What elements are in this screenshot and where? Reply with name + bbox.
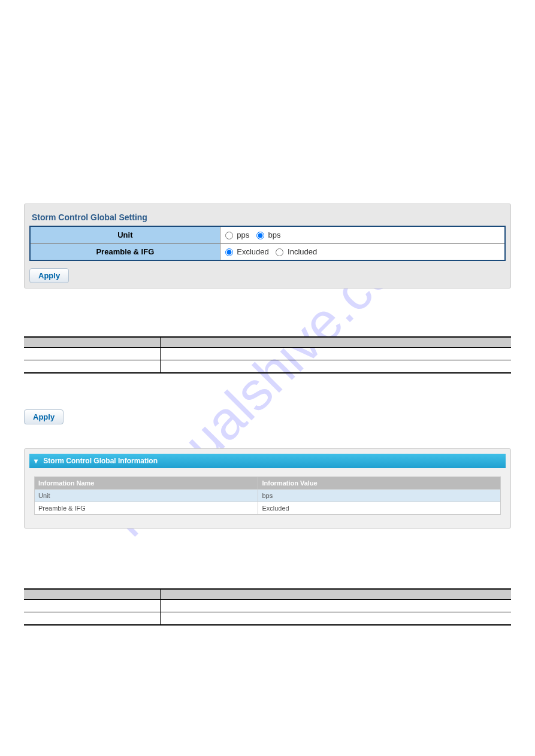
info-header-name: Information Name [34, 477, 258, 490]
collapse-toggle-icon[interactable]: ▾ [34, 457, 38, 465]
desc2-cell-1-1 [24, 600, 161, 612]
preamble-radio-excluded[interactable] [225, 248, 233, 256]
desc1-row-2 [24, 360, 511, 374]
unit-option-bps[interactable]: bps [256, 230, 281, 239]
info-unit-value: bps [258, 490, 501, 502]
preamble-option-included[interactable]: Included [276, 247, 317, 256]
desc2-cell-2-2 [161, 612, 511, 626]
desc1-header-2 [161, 337, 511, 348]
settings-row-preamble: Preamble & IFG Excluded Included [30, 244, 505, 261]
preamble-radio-included[interactable] [276, 248, 283, 256]
desc2-row-1 [24, 600, 511, 612]
info-table: Information Name Information Value Unit … [34, 476, 501, 515]
info-header-value: Information Value [258, 477, 501, 490]
description-table-2 [24, 588, 511, 626]
desc2-header-1 [24, 589, 161, 600]
desc2-row-2 [24, 612, 511, 626]
info-panel-header[interactable]: ▾ Storm Control Global Information [29, 454, 506, 468]
info-panel-title: Storm Control Global Information [43, 457, 158, 465]
desc1-cell-1-2 [161, 348, 511, 360]
storm-control-settings-panel: Storm Control Global Setting Unit pps bp… [24, 204, 511, 289]
settings-table: Unit pps bps Preamble & IFG [29, 226, 506, 261]
apply-button-standalone[interactable]: Apply [24, 409, 64, 424]
desc1-cell-1-1 [24, 348, 161, 360]
apply-button-settings[interactable]: Apply [29, 268, 69, 283]
info-preamble-value: Excluded [258, 502, 501, 515]
settings-row-unit: Unit pps bps [30, 226, 505, 244]
settings-panel-title: Storm Control Global Setting [29, 209, 506, 226]
unit-label: Unit [30, 226, 220, 244]
info-preamble-name: Preamble & IFG [34, 502, 258, 515]
preamble-option-excluded[interactable]: Excluded [225, 247, 271, 256]
desc2-cell-1-2 [161, 600, 511, 612]
unit-option-pps[interactable]: pps [225, 230, 252, 239]
desc1-header-1 [24, 337, 161, 348]
unit-radio-pps[interactable] [225, 232, 233, 239]
preamble-value-cell: Excluded Included [220, 244, 505, 261]
info-row-preamble: Preamble & IFG Excluded [34, 502, 500, 515]
desc1-cell-2-2 [161, 360, 511, 374]
desc2-header-2 [161, 589, 511, 600]
page-content: Storm Control Global Setting Unit pps bp… [0, 0, 535, 649]
info-row-unit: Unit bps [34, 490, 500, 502]
unit-radio-bps[interactable] [256, 232, 264, 239]
info-unit-name: Unit [34, 490, 258, 502]
desc2-cell-2-1 [24, 612, 161, 626]
description-table-1 [24, 336, 511, 374]
preamble-label: Preamble & IFG [30, 244, 220, 261]
desc1-cell-2-1 [24, 360, 161, 374]
storm-control-info-panel: ▾ Storm Control Global Information Infor… [24, 448, 511, 529]
unit-value-cell: pps bps [220, 226, 505, 244]
desc1-row-1 [24, 348, 511, 360]
